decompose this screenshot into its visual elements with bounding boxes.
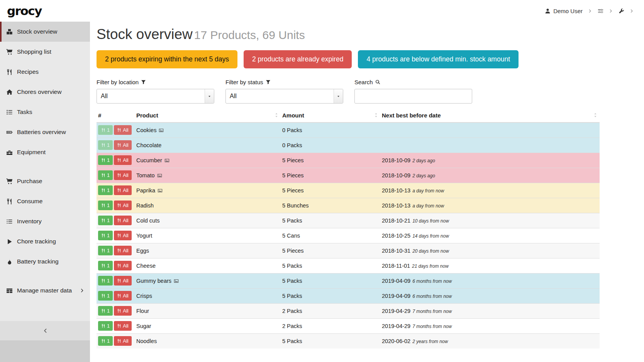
image-icon <box>157 173 162 178</box>
filter-icon <box>266 80 271 85</box>
relative-date: 2 years from now <box>412 339 448 344</box>
consume-all-button[interactable]: All <box>114 246 131 255</box>
consume-all-button[interactable]: All <box>114 261 131 270</box>
consume-one-button[interactable]: 1 <box>98 185 113 195</box>
product-name[interactable]: Flour <box>136 308 149 314</box>
cart-icon <box>6 49 13 55</box>
column-header-amount[interactable]: Amount <box>281 110 380 122</box>
sidebar-item-inventory[interactable]: Inventory <box>0 211 90 231</box>
amount-cell: 5 Packs <box>281 213 380 228</box>
consume-all-button[interactable]: All <box>114 125 131 135</box>
sidebar-item-recipes[interactable]: Recipes <box>0 62 90 82</box>
consume-all-button[interactable]: All <box>114 140 131 150</box>
consume-one-button[interactable]: 1 <box>98 336 113 346</box>
product-name[interactable]: Cold cuts <box>136 218 159 224</box>
consume-one-button[interactable]: 1 <box>98 321 113 331</box>
sidebar-item-chores-overview[interactable]: Chores overview <box>0 82 90 102</box>
consume-one-button[interactable]: 1 <box>98 261 113 270</box>
sidebar-item-consume[interactable]: Consume <box>0 191 90 211</box>
utensils-icon <box>117 203 121 207</box>
product-name[interactable]: Cheese <box>136 263 156 269</box>
search-filter: Search <box>354 79 483 104</box>
product-name[interactable]: Sugar <box>136 323 151 329</box>
danger-alert-button[interactable]: 2 products are already expired <box>244 50 352 68</box>
consume-one-button[interactable]: 1 <box>98 306 113 316</box>
consume-one-button[interactable]: 1 <box>98 291 113 301</box>
amount-cell: 5 Packs <box>281 273 380 288</box>
amount-cell: 5 Packs <box>281 258 380 273</box>
product-name[interactable]: Radish <box>136 202 154 209</box>
consume-all-button[interactable]: All <box>114 155 131 165</box>
consume-one-button[interactable]: 1 <box>98 170 113 180</box>
product-name[interactable]: Chocolate <box>136 142 161 148</box>
sidebar-item-chore-tracking[interactable]: Chore tracking <box>0 231 90 252</box>
product-name[interactable]: Crisps <box>136 293 152 299</box>
actions-cell: 1All <box>97 303 135 318</box>
consume-all-button[interactable]: All <box>114 170 131 180</box>
consume-one-button[interactable]: 1 <box>98 246 113 255</box>
consume-all-button[interactable]: All <box>114 306 131 316</box>
consume-one-button[interactable]: 1 <box>98 155 113 165</box>
sidebar-item-manage-master-data[interactable]: Manage master data <box>0 280 90 301</box>
actions-cell: 1All <box>97 183 135 198</box>
sidebar-collapse-button[interactable] <box>0 321 90 340</box>
product-name[interactable]: Noodles <box>136 338 157 344</box>
consume-one-button[interactable]: 1 <box>98 231 113 240</box>
consume-one-button[interactable]: 1 <box>98 201 113 210</box>
sidebar-item-batteries-overview[interactable]: Batteries overview <box>0 122 90 142</box>
consume-all-button[interactable]: All <box>114 321 131 331</box>
consume-all-button[interactable]: All <box>114 336 131 346</box>
status-filter: Filter by status All <box>225 79 354 104</box>
consume-all-button[interactable]: All <box>114 201 131 210</box>
utensils-icon <box>101 279 105 283</box>
product-name[interactable]: Yogurt <box>136 233 152 239</box>
column-header-next-best-before-date[interactable]: Next best before date <box>380 110 600 122</box>
info-alert-button[interactable]: 4 products are below defined min. stock … <box>358 50 519 68</box>
admin-menu[interactable] <box>618 7 625 15</box>
consume-all-button[interactable]: All <box>114 276 131 286</box>
sidebar-item-label: Equipment <box>17 149 46 156</box>
product-name[interactable]: Cucumber <box>136 157 162 163</box>
sidebar-item-shopping-list[interactable]: Shopping list <box>0 42 90 62</box>
utensils-icon <box>101 158 105 162</box>
chevron-right-icon <box>80 288 85 293</box>
app-logo[interactable]: grocy <box>7 4 42 18</box>
relative-date: 20 days from now <box>412 248 449 254</box>
sidebar-item-battery-tracking[interactable]: Battery tracking <box>0 252 90 272</box>
utensils-icon <box>101 294 105 298</box>
table-row: 1AllNoodles5 Packs2020-06-022 years from… <box>97 333 600 348</box>
toolbox-icon <box>6 149 13 156</box>
consume-all-button[interactable]: All <box>114 216 131 225</box>
sidebar-item-tasks[interactable]: Tasks <box>0 102 90 122</box>
consume-one-button[interactable]: 1 <box>98 216 113 225</box>
utensils-icon <box>101 188 105 192</box>
consume-one-button[interactable]: 1 <box>98 140 113 150</box>
product-name[interactable]: Gummy bears <box>136 278 171 284</box>
amount-cell: 5 Packs <box>281 288 380 303</box>
actions-cell: 1All <box>97 138 135 153</box>
search-input[interactable] <box>354 89 472 104</box>
settings-menu[interactable] <box>597 7 604 15</box>
sidebar-item-purchase[interactable]: Purchase <box>0 171 90 191</box>
consume-one-button[interactable]: 1 <box>98 125 113 135</box>
sidebar-footer <box>0 340 90 362</box>
user-menu[interactable]: Demo User <box>544 6 583 16</box>
consume-all-button[interactable]: All <box>114 185 131 195</box>
product-name[interactable]: Paprika <box>136 187 155 194</box>
product-name[interactable]: Eggs <box>136 248 149 254</box>
consume-all-button[interactable]: All <box>114 291 131 301</box>
sidebar-item-stock-overview[interactable]: Stock overview <box>0 22 90 42</box>
consume-one-button[interactable]: 1 <box>98 276 113 286</box>
product-name[interactable]: Tomato <box>136 172 155 178</box>
product-name[interactable]: Cookies <box>136 127 156 133</box>
status-filter-select[interactable]: All <box>225 89 343 104</box>
column-header-product[interactable]: Product <box>135 110 281 122</box>
sidebar-item-equipment[interactable]: Equipment <box>0 142 90 162</box>
product-cell: Radish <box>135 198 281 213</box>
location-filter-select[interactable]: All <box>97 89 214 104</box>
filter-icon <box>141 80 146 85</box>
product-cell: Cold cuts <box>135 213 281 228</box>
sidebar-item-label: Shopping list <box>17 48 51 55</box>
consume-all-button[interactable]: All <box>114 231 131 240</box>
warning-alert-button[interactable]: 2 products expiring within the next 5 da… <box>97 50 237 68</box>
